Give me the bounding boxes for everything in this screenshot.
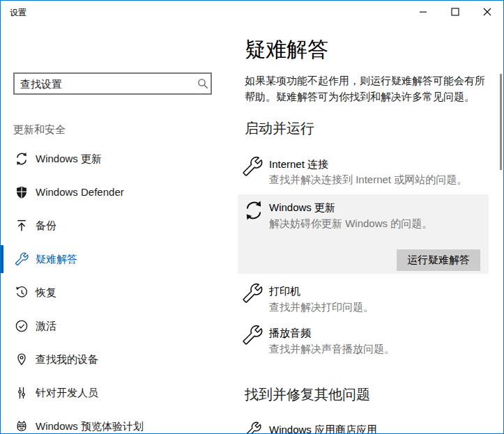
- wrench-icon: [242, 156, 263, 177]
- item-subtitle: 查找并解决声音播放问题。: [269, 343, 395, 356]
- run-troubleshooter-button[interactable]: 运行疑难解答: [397, 249, 480, 271]
- sidebar-item-label: Windows 预览体验计划: [36, 419, 144, 433]
- sidebar-item-label: 查找我的设备: [36, 352, 98, 366]
- item-subtitle: 解决妨碍你更新 Windows 的问题。: [269, 217, 432, 231]
- troubleshoot-item-windows-store-apps[interactable]: Windows 应用商店应用: [238, 419, 489, 434]
- sidebar-item-for-developers[interactable]: 针对开发人员: [1, 379, 231, 407]
- page-title: 疑难解答: [245, 36, 328, 64]
- upload-arrow-icon: [15, 219, 29, 233]
- sidebar-item-label: Windows 更新: [36, 152, 102, 166]
- sidebar-item-windows-update[interactable]: Windows 更新: [1, 145, 231, 173]
- sidebar-item-troubleshoot[interactable]: 疑难解答: [1, 245, 231, 273]
- item-title: 打印机: [269, 285, 300, 298]
- troubleshoot-item-internet-connections[interactable]: Internet 连接 查找并解决连接到 Internet 或网站的问题。: [238, 153, 489, 189]
- sidebar-item-label: Windows Defender: [36, 185, 124, 199]
- wrench-icon: [15, 252, 29, 266]
- developer-icon: [15, 386, 29, 400]
- sidebar-item-home[interactable]: 主页: [1, 39, 231, 67]
- history-icon: [15, 286, 29, 300]
- wrench-icon: [242, 325, 263, 346]
- minimize-button[interactable]: [406, 1, 439, 22]
- shield-icon: [15, 185, 29, 199]
- search-input[interactable]: [13, 72, 212, 95]
- sidebar-item-backup[interactable]: 备份: [1, 212, 231, 240]
- minimize-icon: [419, 8, 427, 16]
- item-title: 播放音频: [269, 327, 311, 340]
- window-title: 设置: [10, 7, 26, 19]
- check-circle-icon: [15, 319, 29, 333]
- wrench-icon: [245, 421, 261, 434]
- map-pin-icon: [15, 352, 29, 366]
- sidebar-item-windows-defender[interactable]: Windows Defender: [1, 178, 231, 206]
- sidebar-item-windows-insider[interactable]: Windows 预览体验计划: [1, 412, 231, 434]
- maximize-button[interactable]: [438, 1, 471, 22]
- wrench-icon: [242, 283, 263, 304]
- close-icon: [483, 8, 491, 16]
- sync-icon: [243, 200, 264, 221]
- item-title: Windows 更新: [269, 201, 335, 215]
- item-subtitle: 查找并解决打印问题。: [269, 301, 374, 314]
- sidebar-item-recovery[interactable]: 恢复: [1, 279, 231, 307]
- troubleshoot-item-printer[interactable]: 打印机 查找并解决打印问题。: [238, 279, 489, 316]
- maximize-icon: [451, 8, 459, 16]
- sidebar-section-header: 更新和安全: [13, 123, 66, 137]
- troubleshoot-item-windows-update[interactable]: Windows 更新 解决妨碍你更新 Windows 的问题。 运行疑难解答: [238, 194, 489, 274]
- sidebar-item-find-my-device[interactable]: 查找我的设备: [1, 346, 231, 373]
- page-description: 如果某项功能不起作用，则运行疑难解答可能会有所帮助。疑难解答可为你找到和解决许多…: [245, 72, 493, 104]
- ninja-cat-icon: [15, 419, 29, 433]
- troubleshoot-item-playing-audio[interactable]: 播放音频 查找并解决声音播放问题。: [238, 321, 489, 357]
- item-title: Internet 连接: [269, 158, 328, 171]
- close-button[interactable]: [471, 1, 503, 22]
- item-subtitle: 查找并解决连接到 Internet 或网站的问题。: [269, 173, 467, 187]
- sidebar-item-label: 备份: [36, 219, 56, 233]
- section-header-find-and-fix-other-problems: 找到并修复其他问题: [245, 385, 370, 404]
- selected-indicator: [1, 245, 3, 273]
- section-header-get-up-and-running: 启动并运行: [245, 119, 314, 138]
- sidebar-item-label: 针对开发人员: [36, 386, 98, 400]
- sidebar-item-label: 疑难解答: [36, 252, 77, 266]
- scrollbar-thumb[interactable]: [500, 74, 502, 170]
- sync-icon: [15, 152, 29, 166]
- item-title: Windows 应用商店应用: [269, 424, 377, 434]
- sidebar-item-activation[interactable]: 激活: [1, 312, 231, 340]
- sidebar-item-label: 恢复: [36, 286, 56, 300]
- sidebar-item-label: 激活: [36, 319, 56, 333]
